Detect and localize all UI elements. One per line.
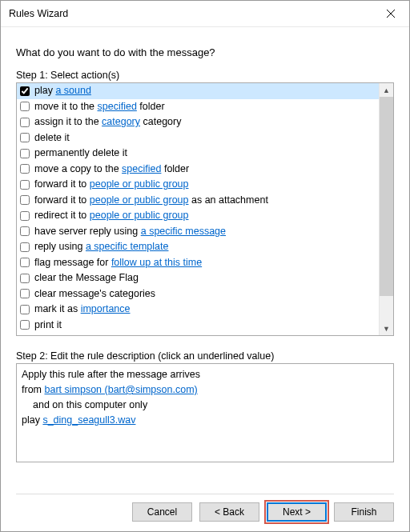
action-label: permanently delete it (34, 146, 127, 161)
action-row[interactable]: flag message for follow up at this time (17, 255, 379, 271)
action-row[interactable]: permanently delete it (17, 146, 379, 162)
close-icon (387, 10, 395, 18)
action-label: play a sound (34, 83, 91, 98)
actions-listbox[interactable]: play a soundmove it to the specified fol… (16, 82, 394, 336)
action-checkbox[interactable] (20, 133, 30, 142)
action-link[interactable]: a specific message (141, 226, 226, 237)
action-row[interactable]: clear message's categories (17, 286, 379, 302)
action-row[interactable]: move it to the specified folder (17, 99, 379, 115)
action-checkbox[interactable] (20, 86, 30, 96)
scroll-down-icon[interactable]: ▼ (380, 322, 393, 335)
action-label: mark it as read (34, 333, 101, 335)
next-button[interactable]: Next > (267, 502, 327, 522)
close-button[interactable] (372, 1, 409, 26)
action-label: move a copy to the specified folder (34, 162, 189, 177)
cancel-button[interactable]: Cancel (132, 502, 192, 522)
action-checkbox[interactable] (20, 258, 30, 267)
action-row[interactable]: assign it to the category category (17, 114, 379, 130)
action-link[interactable]: a sound (55, 85, 90, 96)
action-checkbox[interactable] (20, 320, 30, 330)
action-label: redirect it to people or public group (34, 208, 188, 223)
action-row[interactable]: mark it as importance (17, 302, 379, 318)
desc-line-computer: and on this computer only (22, 398, 388, 413)
action-row[interactable]: clear the Message Flag (17, 270, 379, 286)
desc-line-condition: Apply this rule after the message arrive… (22, 367, 388, 382)
action-link[interactable]: specified (122, 163, 161, 174)
action-checkbox[interactable] (20, 164, 30, 174)
action-label: flag message for follow up at this time (34, 255, 202, 270)
title-bar: Rules Wizard (1, 1, 409, 27)
rule-description-box[interactable]: Apply this rule after the message arrive… (16, 363, 394, 462)
action-link[interactable]: people or public group (90, 210, 189, 221)
action-checkbox[interactable] (20, 180, 30, 190)
action-row[interactable]: reply using a specific template (17, 239, 379, 255)
scrollbar-thumb[interactable] (380, 97, 393, 296)
action-row[interactable]: have server reply using a specific messa… (17, 224, 379, 240)
action-label: assign it to the category category (34, 114, 181, 130)
action-row[interactable]: mark it as read (17, 333, 379, 335)
action-checkbox[interactable] (20, 226, 30, 236)
desc-from-link[interactable]: bart simpson (bart@simpson.com) (44, 384, 197, 395)
action-checkbox[interactable] (20, 149, 30, 158)
action-link[interactable]: a specific template (86, 241, 169, 252)
back-button[interactable]: < Back (199, 502, 259, 522)
action-link[interactable]: category (102, 116, 140, 127)
dialog-body: What do you want to do with the message?… (1, 27, 409, 462)
action-row[interactable]: delete it (17, 130, 379, 146)
actions-list-inner: play a soundmove it to the specified fol… (17, 83, 379, 335)
action-label: have server reply using a specific messa… (34, 224, 226, 239)
desc-sound-link[interactable]: s_ding_seagull3.wav (42, 414, 135, 426)
desc-line-from: from bart simpson (bart@simpson.com) (22, 382, 388, 398)
action-checkbox[interactable] (20, 195, 30, 205)
action-link[interactable]: people or public group (90, 194, 189, 206)
action-row[interactable]: print it (17, 318, 379, 334)
action-label: forward it to people or public group as … (34, 193, 268, 208)
action-checkbox[interactable] (20, 242, 30, 252)
action-row[interactable]: forward it to people or public group as … (17, 193, 379, 209)
page-prompt: What do you want to do with the message? (16, 46, 394, 58)
action-label: forward it to people or public group (34, 177, 188, 192)
action-checkbox[interactable] (20, 102, 30, 111)
action-link[interactable]: importance (81, 303, 131, 314)
action-label: clear the Message Flag (34, 270, 139, 286)
step1-label: Step 1: Select action(s) (16, 70, 394, 81)
action-row[interactable]: redirect it to people or public group (17, 208, 379, 224)
action-row[interactable]: forward it to people or public group (17, 177, 379, 193)
action-checkbox[interactable] (20, 289, 30, 298)
button-row: Cancel < Back Next > Finish (16, 494, 394, 522)
action-row[interactable]: move a copy to the specified folder (17, 162, 379, 178)
scrollbar-track[interactable] (380, 296, 393, 322)
window-title: Rules Wizard (9, 8, 68, 19)
action-label: mark it as importance (34, 302, 131, 317)
scrollbar[interactable]: ▲ ▼ (379, 83, 393, 335)
action-label: move it to the specified folder (34, 99, 165, 114)
action-link[interactable]: people or public group (90, 178, 189, 190)
action-link[interactable]: specified (98, 101, 137, 112)
desc-line-play: play s_ding_seagull3.wav (22, 413, 388, 428)
desc-from-prefix: from (22, 384, 44, 395)
action-label: reply using a specific template (34, 239, 168, 254)
action-link[interactable]: follow up at this time (111, 257, 202, 268)
scroll-up-icon[interactable]: ▲ (380, 83, 393, 97)
action-label: print it (34, 318, 62, 333)
action-checkbox[interactable] (20, 305, 30, 314)
desc-play-prefix: play (22, 414, 42, 426)
action-label: delete it (34, 130, 70, 146)
rules-wizard-dialog: Rules Wizard What do you want to do with… (0, 0, 410, 532)
action-row[interactable]: play a sound (17, 83, 379, 99)
action-checkbox[interactable] (20, 274, 30, 283)
finish-button[interactable]: Finish (334, 502, 394, 522)
action-checkbox[interactable] (20, 211, 30, 221)
action-label: clear message's categories (34, 286, 155, 302)
action-checkbox[interactable] (20, 118, 30, 127)
step2-label: Step 2: Edit the rule description (click… (16, 350, 394, 362)
